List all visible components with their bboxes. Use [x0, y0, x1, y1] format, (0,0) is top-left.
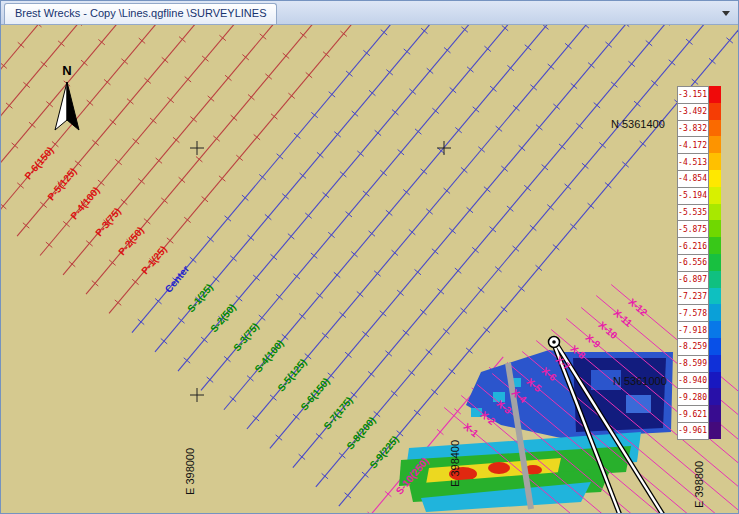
legend-row: -4.513 [677, 153, 721, 170]
legend-row: -6.897 [677, 271, 721, 288]
legend-value: -6.216 [677, 237, 709, 255]
legend-row: -7.918 [677, 321, 721, 338]
grid-label-east-3: E 398800 [693, 461, 705, 508]
legend-color-swatch [709, 237, 721, 254]
grid-label-north-2: N 5361000 [613, 375, 667, 387]
legend-value: -7.237 [677, 288, 709, 306]
legend-row: -3.151 [677, 86, 721, 103]
north-arrow: N [49, 63, 85, 138]
tab-strip: Brest Wrecks - Copy \Lines.qgfline \SURV… [1, 1, 738, 25]
survey-line [1, 25, 627, 198]
legend-color-swatch [709, 170, 721, 187]
north-arrow-icon [49, 78, 85, 134]
legend-row: -3.832 [677, 120, 721, 137]
survey-line [1, 25, 581, 159]
map-viewport[interactable]: N 5361400 N 5361000 E 398000 E 398400 E … [1, 25, 738, 513]
legend-row: -9.280 [677, 388, 721, 405]
legend-color-swatch [709, 271, 721, 288]
legend-color-swatch [709, 136, 721, 153]
legend-row: -8.599 [677, 355, 721, 372]
legend-value: -5.875 [677, 220, 709, 238]
grid-label-east-1: E 398000 [184, 448, 196, 495]
legend-row: -4.172 [677, 136, 721, 153]
legend-row: -7.237 [677, 288, 721, 305]
depth-color-legend: -3.151-3.492-3.832-4.172-4.513-4.854-5.1… [677, 86, 721, 439]
swath-patch [488, 462, 510, 474]
legend-row: -6.556 [677, 254, 721, 271]
legend-color-swatch [709, 355, 721, 372]
legend-color-swatch [709, 220, 721, 237]
legend-value: -8.940 [677, 372, 709, 390]
legend-color-swatch [709, 103, 721, 120]
legend-color-swatch [709, 372, 721, 389]
legend-color-swatch [709, 288, 721, 305]
legend-value: -9.280 [677, 388, 709, 406]
legend-color-swatch [709, 304, 721, 321]
legend-row: -9.961 [677, 422, 721, 439]
legend-value: -3.492 [677, 103, 709, 121]
survey-line [178, 25, 738, 371]
tab-surveylines[interactable]: Brest Wrecks - Copy \Lines.qgfline \SURV… [4, 3, 277, 24]
map-canvas[interactable]: N 5361400 N 5361000 E 398000 E 398400 E … [1, 25, 738, 513]
legend-row: -9.621 [677, 405, 721, 422]
legend-row: -6.216 [677, 237, 721, 254]
legend-color-swatch [709, 254, 721, 271]
legend-value: -9.621 [677, 405, 709, 423]
legend-value: -5.535 [677, 204, 709, 222]
legend-row: -5.194 [677, 187, 721, 204]
legend-color-swatch [709, 388, 721, 405]
legend-value: -7.578 [677, 304, 709, 322]
grid-label-east-2: E 398400 [449, 440, 461, 487]
legend-color-swatch [709, 204, 721, 221]
legend-row: -8.940 [677, 372, 721, 389]
legend-color-swatch [709, 86, 721, 103]
legend-row: -4.854 [677, 170, 721, 187]
grid-label-north-1: N 5361400 [611, 118, 665, 130]
legend-value: -4.172 [677, 136, 709, 154]
survey-line [40, 25, 696, 256]
legend-value: -4.854 [677, 170, 709, 188]
survey-line [109, 25, 738, 313]
vessel-position-dot [552, 340, 556, 344]
survey-line [17, 25, 673, 236]
legend-color-swatch [709, 321, 721, 338]
north-letter: N [49, 63, 85, 78]
legend-value: -5.194 [677, 187, 709, 205]
legend-row: -3.492 [677, 103, 721, 120]
legend-value: -9.961 [677, 422, 709, 440]
legend-value: -6.897 [677, 271, 709, 289]
legend-value: -3.151 [677, 86, 709, 104]
tab-list-dropdown-icon[interactable] [722, 11, 730, 16]
legend-value: -3.832 [677, 120, 709, 138]
legend-value: -4.513 [677, 153, 709, 171]
legend-color-swatch [709, 422, 721, 439]
legend-value: -8.259 [677, 338, 709, 356]
legend-color-swatch [709, 405, 721, 422]
legend-color-swatch [709, 153, 721, 170]
survey-line [86, 25, 738, 294]
legend-color-swatch [709, 338, 721, 355]
legend-value: -7.918 [677, 321, 709, 339]
legend-color-swatch [709, 120, 721, 137]
survey-line [63, 25, 719, 275]
legend-value: -6.556 [677, 254, 709, 272]
legend-row: -5.535 [677, 204, 721, 221]
legend-color-swatch [709, 187, 721, 204]
legend-row: -8.259 [677, 338, 721, 355]
app-window: Brest Wrecks - Copy \Lines.qgfline \SURV… [0, 0, 739, 514]
legend-value: -8.599 [677, 355, 709, 373]
legend-row: -7.578 [677, 304, 721, 321]
tab-label: Brest Wrecks - Copy \Lines.qgfline \SURV… [15, 7, 266, 19]
legend-row: -5.875 [677, 220, 721, 237]
survey-line [155, 25, 738, 352]
